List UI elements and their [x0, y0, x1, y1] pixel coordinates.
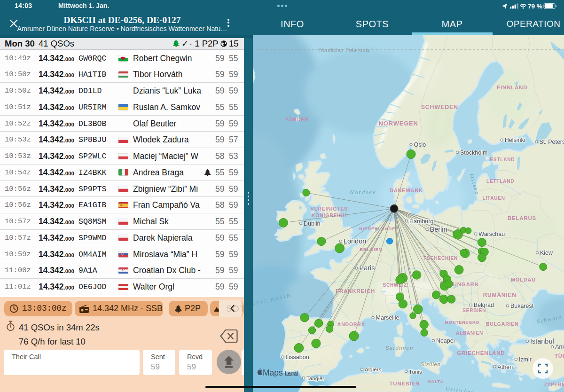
svg-text:Neapel: Neapel	[436, 337, 455, 344]
svg-text:MOLDAU: MOLDAU	[511, 277, 536, 282]
svg-text:FÄRÖER: FÄRÖER	[285, 117, 308, 122]
svg-text:Legal: Legal	[285, 370, 298, 376]
svg-text:UNGARN: UNGARN	[453, 282, 479, 287]
svg-text:ALBANIEN: ALBANIEN	[456, 330, 483, 336]
svg-text:LITAUEN: LITAUEN	[482, 196, 505, 201]
svg-text:Paris: Paris	[360, 264, 375, 272]
svg-text:ANDORRA: ANDORRA	[337, 321, 365, 327]
svg-text:Dublin: Dublin	[304, 220, 320, 227]
svg-text:VEREINIGTES: VEREINIGTES	[311, 206, 348, 212]
svg-text:ZYPERN: ZYPERN	[544, 382, 564, 387]
svg-text:TÜR: TÜR	[555, 353, 564, 359]
svg-text:FRANKREICH: FRANKREICH	[336, 288, 375, 294]
svg-text:LETTLAND: LETTLAND	[486, 179, 514, 184]
svg-text:BULGARIEN: BULGARIEN	[486, 321, 519, 327]
svg-text:Warschau: Warschau	[478, 231, 505, 237]
svg-text:MONTENEGRO: MONTENEGRO	[445, 320, 480, 325]
svg-text:SERBIEN: SERBIEN	[462, 308, 486, 313]
svg-text:Izmir: Izmir	[519, 356, 532, 363]
svg-text:Nördlicher Polarkreis: Nördlicher Polarkreis	[319, 47, 370, 53]
svg-text:Helsinki: Helsinki	[505, 137, 525, 143]
svg-text:Belgrad: Belgrad	[474, 302, 494, 308]
svg-text:SCHWEIZ: SCHWEIZ	[383, 282, 407, 288]
svg-text:Maps: Maps	[263, 368, 283, 377]
svg-text:Sardinien: Sardinien	[385, 345, 414, 351]
svg-text:Marseille: Marseille	[376, 314, 400, 321]
svg-text:ESTLAND: ESTLAND	[490, 157, 515, 162]
svg-text:London: London	[344, 237, 366, 245]
svg-text:Kiew: Kiew	[540, 250, 553, 256]
svg-text:MALTA: MALTA	[427, 379, 443, 384]
svg-text:St. Petersb: St. Petersb	[539, 139, 564, 145]
svg-text:BELARUS: BELARUS	[508, 215, 536, 221]
svg-text:SCHWEDEN: SCHWEDEN	[421, 104, 458, 110]
svg-text:Anka: Anka	[555, 344, 564, 350]
svg-text:Oslo: Oslo	[414, 141, 426, 148]
svg-text:Algiers: Algiers	[365, 367, 381, 372]
svg-text:DÄNEMARK: DÄNEMARK	[390, 188, 423, 193]
svg-text:NORWEGEN: NORWEGEN	[379, 120, 418, 127]
svg-text:Nordsee: Nordsee	[349, 188, 376, 196]
svg-text:Berlin: Berlin	[430, 226, 447, 233]
svg-text:Lissabon: Lissabon	[286, 354, 309, 361]
svg-text:Istanbul: Istanbul	[530, 337, 554, 345]
svg-text:Tunis: Tunis	[409, 369, 422, 375]
svg-text:RUMÄNIEN: RUMÄNIEN	[483, 291, 517, 298]
svg-text:Hamburg: Hamburg	[409, 218, 433, 225]
svg-text:Bukarest: Bukarest	[510, 303, 534, 309]
svg-text:Stockholm: Stockholm	[460, 149, 487, 156]
svg-text:Sizilien: Sizilien	[421, 361, 441, 367]
svg-text:FINNLAND: FINNLAND	[497, 85, 527, 90]
svg-text:Tangier: Tangier	[306, 376, 324, 381]
svg-text:GRIECHENLAND: GRIECHENLAND	[457, 350, 505, 356]
svg-text:79 %: 79 %	[528, 3, 542, 9]
svg-text:NIEDERLANDE: NIEDERLANDE	[359, 226, 395, 231]
svg-text:TUNESIEN: TUNESIEN	[390, 381, 420, 386]
svg-text:Athen: Athen	[498, 364, 513, 370]
